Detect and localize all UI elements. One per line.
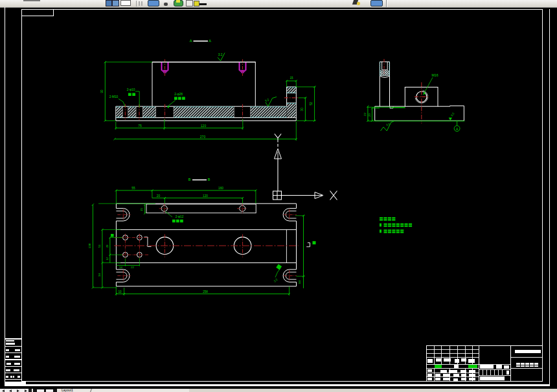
svg-text:52: 52 — [310, 102, 313, 106]
svg-text:90: 90 — [100, 89, 104, 93]
svg-text:26: 26 — [106, 244, 109, 248]
svg-text:A: A — [456, 127, 459, 131]
svg-text:51: 51 — [98, 244, 101, 248]
svg-text:2-φ28: 2-φ28 — [174, 93, 183, 96]
svg-text:270: 270 — [200, 135, 206, 139]
svg-text:3.2: 3.2 — [218, 53, 223, 56]
svg-text:120: 120 — [203, 194, 208, 198]
svg-text:22: 22 — [131, 266, 134, 269]
svg-text:258: 258 — [203, 290, 208, 294]
svg-text:12: 12 — [106, 257, 109, 260]
svg-text:20: 20 — [368, 113, 371, 117]
svg-text:3.2: 3.2 — [273, 278, 278, 283]
svg-text:A: A — [209, 39, 211, 43]
svg-text:75: 75 — [138, 124, 142, 128]
svg-text:B: B — [208, 178, 210, 181]
svg-text:15: 15 — [290, 76, 293, 80]
svg-text:160: 160 — [218, 187, 223, 190]
svg-text:22: 22 — [363, 113, 367, 116]
svg-text:20: 20 — [157, 194, 161, 198]
svg-text:2-φ12: 2-φ12 — [176, 215, 184, 218]
svg-text:A: A — [190, 39, 192, 43]
svg-text:94: 94 — [298, 281, 301, 284]
svg-text:B: B — [188, 178, 191, 181]
svg-text:138: 138 — [88, 243, 91, 248]
svg-text:2-φ10: 2-φ10 — [127, 88, 135, 91]
svg-text:M16: M16 — [431, 73, 438, 77]
svg-text:34: 34 — [98, 273, 101, 277]
svg-text:120: 120 — [201, 124, 207, 128]
svg-text:2-M10: 2-M10 — [109, 95, 119, 98]
svg-text:30: 30 — [301, 108, 304, 111]
svg-text:55: 55 — [131, 187, 135, 190]
svg-text:14: 14 — [119, 266, 122, 269]
svg-text:10: 10 — [118, 290, 122, 294]
svg-text:15: 15 — [140, 208, 143, 211]
svg-text:3.2: 3.2 — [264, 98, 270, 103]
svg-text:3.2: 3.2 — [450, 111, 455, 117]
